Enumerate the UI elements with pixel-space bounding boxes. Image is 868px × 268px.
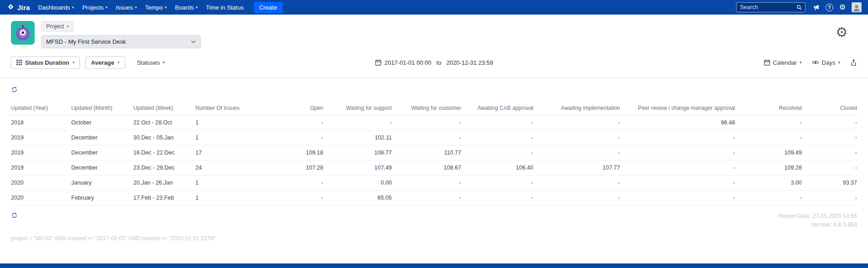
- project-controls: Project ▾ MFSD - My First Service Desk: [41, 21, 201, 48]
- help-glyph: ?: [828, 5, 831, 10]
- column-header: Waiting for support: [323, 101, 392, 115]
- table-row: 2018October22.Oct - 28.Oct1-----96.48--: [11, 115, 857, 130]
- project-scope-button[interactable]: Project ▾: [41, 21, 74, 32]
- table-cell: 17.Feb - 23.Feb: [133, 191, 195, 206]
- table-cell: -: [735, 115, 802, 130]
- table-row: 2019December16.Dec - 22.Dec17109.18108.7…: [11, 145, 857, 160]
- table-cell: 107.49: [323, 160, 392, 175]
- aggregation-button[interactable]: Average ▾: [85, 57, 125, 69]
- table-cell: 102.11: [323, 130, 392, 145]
- column-header: Awaiting CAB approval: [461, 101, 533, 115]
- table-cell: 96.48: [620, 115, 735, 130]
- table-cell: -: [620, 175, 735, 191]
- table-cell: -: [533, 145, 620, 160]
- column-header: Waiting for customer: [392, 101, 461, 115]
- date-to-word: to: [437, 59, 442, 66]
- table-cell: 65.05: [323, 191, 392, 206]
- column-header: Updated (Month): [71, 101, 133, 115]
- create-button[interactable]: Create: [254, 2, 283, 13]
- report-date: Report Date: 27.05.2020 14:55: [779, 212, 857, 221]
- search-input[interactable]: [736, 2, 805, 12]
- nav-item-projects[interactable]: Projects▾: [82, 4, 108, 11]
- table-head: Updated (Year)Updated (Month)Updated (We…: [11, 101, 857, 115]
- nav-item-label: Tempo: [145, 4, 163, 11]
- nav-item-dashboards[interactable]: Dashboards▾: [38, 4, 74, 11]
- table-cell: -: [461, 145, 533, 160]
- nav-item-label: Projects: [82, 4, 104, 11]
- table-cell: 107.77: [533, 160, 620, 175]
- project-select-value: MFSD - My First Service Desk: [46, 38, 126, 45]
- table-cell: -: [461, 191, 533, 206]
- table-cell: 1: [195, 115, 255, 130]
- table-cell: October: [71, 115, 133, 130]
- table-cell: 3.00: [735, 175, 802, 191]
- gear-icon[interactable]: ⚙: [839, 4, 846, 11]
- report-type-button[interactable]: Status Duration ▾: [11, 57, 80, 69]
- table-cell: -: [461, 130, 533, 145]
- table-cell: -: [533, 130, 620, 145]
- refresh-icon: [11, 86, 18, 93]
- refresh-button-top[interactable]: [11, 86, 18, 93]
- project-select[interactable]: MFSD - My First Service Desk: [41, 35, 201, 48]
- unit-dropdown[interactable]: Days ▾: [812, 59, 840, 66]
- main-content: Project ▾ MFSD - My First Service Desk ⚙…: [0, 15, 868, 263]
- bottom-bar: [0, 263, 868, 268]
- export-icon: [850, 59, 857, 66]
- date-range[interactable]: 2017-01-01 00:00 to 2020-12-31 23:59: [375, 59, 493, 66]
- nav-item-time-in-status[interactable]: Time in Status: [206, 4, 244, 11]
- search-box: [736, 2, 805, 12]
- navbar-right: ? ⚙: [736, 2, 862, 12]
- table-cell: 30.Dec - 05.Jan: [133, 130, 195, 145]
- nav-item-boards[interactable]: Boards▾: [175, 4, 198, 11]
- brand-label: Jira: [17, 4, 30, 11]
- nav-item-issues[interactable]: Issues▾: [116, 4, 137, 11]
- person-icon: [852, 3, 861, 12]
- project-scope-label: Project: [46, 23, 64, 30]
- help-icon[interactable]: ?: [826, 4, 833, 11]
- table-cell: -: [461, 175, 533, 191]
- refresh-button-bottom[interactable]: [11, 212, 18, 219]
- column-header: Resolved: [735, 101, 802, 115]
- table-cell: 23.Dec - 29.Dec: [133, 160, 195, 175]
- chevron-down-icon: ▾: [163, 61, 165, 65]
- statuses-dropdown[interactable]: Statuses ▾: [137, 59, 165, 66]
- toolbar-left: Status Duration ▾ Average ▾ Statuses ▾: [11, 57, 165, 69]
- table-cell: 22.Oct - 28.Oct: [133, 115, 195, 130]
- table-cell: 2020: [11, 175, 71, 191]
- refresh-icon: [11, 212, 18, 219]
- table-cell: -: [533, 115, 620, 130]
- calendar-label: Calendar: [773, 59, 797, 66]
- table-cell: 109.28: [735, 160, 802, 175]
- column-header: Peer review / change manager approval: [620, 101, 735, 115]
- top-navbar: Jira Dashboards▾Projects▾Issues▾Tempo▾Bo…: [0, 0, 868, 15]
- jira-brand[interactable]: Jira: [6, 3, 30, 12]
- table-cell: 2019: [11, 160, 71, 175]
- megaphone-icon[interactable]: [813, 4, 820, 11]
- nav-item-label: Boards: [175, 4, 194, 11]
- table-cell: 106.40: [461, 160, 533, 175]
- chevron-down-icon: ▾: [117, 61, 120, 65]
- user-avatar[interactable]: [852, 2, 862, 12]
- export-button[interactable]: [850, 59, 857, 66]
- table-cell: -: [620, 130, 735, 145]
- chevron-down-icon: ▾: [800, 61, 802, 65]
- table-cell: 1: [195, 175, 255, 191]
- table-cell: -: [802, 145, 857, 160]
- statuses-label: Statuses: [137, 59, 160, 66]
- table-cell: 1: [195, 191, 255, 206]
- table-cell: -: [255, 130, 323, 145]
- search-icon[interactable]: [796, 5, 802, 10]
- report-meta: Report Date: 27.05.2020 14:55 Version: 4…: [779, 212, 857, 230]
- nav-item-tempo[interactable]: Tempo▾: [145, 4, 167, 11]
- toolbar-right: Calendar ▾ Days ▾: [764, 59, 857, 66]
- table-cell: -: [802, 115, 857, 130]
- table-row: 2019December23.Dec - 29.Dec24107.28107.4…: [11, 160, 857, 175]
- table-cell: -: [802, 160, 857, 175]
- settings-gear-icon[interactable]: ⚙: [836, 26, 848, 39]
- report-toolbar: Status Duration ▾ Average ▾ Statuses ▾ 2…: [0, 56, 868, 69]
- table-cell: 24: [195, 160, 255, 175]
- table-cell: 107.28: [255, 160, 323, 175]
- table-row: 2020January20.Jan - 26.Jan1-0.00----3.00…: [11, 175, 857, 191]
- table-cell: 93.37: [802, 175, 857, 191]
- calendar-dropdown[interactable]: Calendar ▾: [764, 59, 802, 66]
